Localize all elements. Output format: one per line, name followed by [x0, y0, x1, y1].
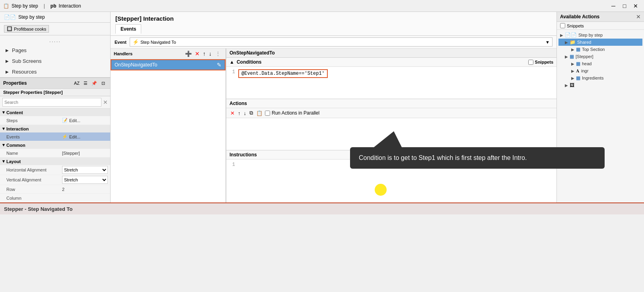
pin-button[interactable]: 📌	[90, 80, 98, 87]
tree-item-top-section[interactable]: ▶ ▦ Top Section	[558, 46, 642, 53]
vert-align-select[interactable]: Stretch	[62, 176, 108, 184]
add-handler-button[interactable]: ➕	[184, 50, 193, 58]
image-tree-icon: 🖼	[570, 82, 574, 88]
tree-area: ▶ 📄📄 Step by step ▶ 📁 Shared ▶ ▦ Top Sec…	[557, 30, 644, 202]
common-section[interactable]: ▾ Common	[0, 141, 110, 149]
sub-screens-label: Sub Screens	[12, 58, 41, 64]
step-by-step-arrow-icon: ▶	[560, 33, 563, 37]
top-section-icon: ▦	[576, 47, 580, 52]
interaction-arrow-icon: ▾	[2, 126, 5, 131]
tree-item-stepper[interactable]: ▶ ▦ [Stepper]	[558, 53, 642, 60]
snippets-row: Snippets	[528, 60, 553, 65]
ingredients-label: Ingredients	[582, 76, 603, 80]
steps-row: Steps 📝 Edit...	[0, 116, 110, 125]
sidebar-item-pages[interactable]: ▶ Pages	[0, 45, 110, 56]
profitbase-row: 🔲 Profitbase cooks	[0, 23, 110, 35]
tooltip-overlay: Condition is to get to Step1 which is fi…	[350, 131, 605, 169]
events-tab[interactable]: Events	[115, 24, 141, 34]
shared-arrow-icon: ▶	[565, 40, 568, 45]
shared-folder-icon: 📁	[570, 39, 576, 45]
layout-section[interactable]: ▾ Layout	[0, 158, 110, 165]
events-edit-btn[interactable]: Edit...	[69, 134, 80, 139]
snippets-checkbox[interactable]	[528, 60, 533, 65]
remove-handler-button[interactable]: ✕	[194, 50, 201, 58]
paste-action-button[interactable]: 📋	[255, 110, 263, 117]
conditions-collapse-icon[interactable]: ▲	[230, 59, 234, 65]
steps-edit-btn[interactable]: Edit...	[69, 118, 80, 123]
steps-edit-icon: 📝	[62, 118, 68, 123]
main-area: 📄📄 Step by step 🔲 Profitbase cooks .....…	[0, 12, 644, 202]
tree-item-ingr[interactable]: ▶ 𝐀 ingr	[558, 67, 642, 74]
event-dropdown[interactable]: ⚡ Step Navigated To ▼	[130, 37, 553, 47]
steps-prop-name: Steps	[6, 118, 62, 123]
tree-item-head[interactable]: ▶ ▦ head	[558, 60, 642, 67]
sidebar-snippets-label: Snippets	[567, 23, 584, 28]
content-section[interactable]: ▾ Content	[0, 109, 110, 116]
code-area: 1 @Event.Data.StepName=='Step1'	[226, 67, 556, 99]
line-num-1: 1	[229, 69, 235, 78]
handler-edit-icon[interactable]: ✎	[217, 62, 222, 68]
tree-item-step-by-step[interactable]: ▶ 📄📄 Step by step	[558, 31, 642, 39]
image-arrow-icon: ▶	[565, 83, 568, 88]
title-bar-left: 📋 Step by step | pb Interaction	[3, 3, 81, 9]
sidebar-item-sub-screens[interactable]: ▶ Sub Screens	[0, 56, 110, 66]
layout-arrow-icon: ▾	[2, 159, 5, 164]
move-action-up-button[interactable]: ↑	[237, 110, 241, 117]
sort-alpha-button[interactable]: AZ	[73, 80, 81, 87]
vert-align-name: Vertical Alignment	[6, 177, 62, 182]
search-clear-icon[interactable]: ✕	[103, 99, 108, 105]
tree-item-image[interactable]: ▶ 🖼	[558, 82, 642, 89]
name-row: Name [Stepper]	[0, 149, 110, 158]
instructions-title: Instructions	[230, 152, 257, 158]
run-parallel-checkbox[interactable]	[265, 111, 270, 116]
interaction-title: [Stepper] Interaction	[115, 15, 552, 22]
row-prop-name: Row	[6, 187, 62, 192]
handlers-editor-area: Handlers ➕ ✕ ↑ ↓ ⋮ OnStepNavigatedTo ✎	[111, 49, 556, 202]
head-label: head	[582, 61, 591, 66]
sidebar-item-resources[interactable]: ▶ Resources	[0, 66, 110, 77]
handler-item-on-step-navigated[interactable]: OnStepNavigatedTo ✎	[111, 59, 226, 70]
interaction-section-label: Interaction	[6, 127, 29, 131]
profitbase-button[interactable]: 🔲 Profitbase cooks	[4, 25, 49, 33]
actions-header: Actions	[226, 99, 556, 108]
window-title: |	[44, 3, 45, 9]
events-row: Events ⚡ Edit...	[0, 132, 110, 141]
sidebar-snippets-checkbox[interactable]	[560, 23, 565, 28]
horiz-align-select[interactable]: Stretch	[62, 166, 108, 174]
close-sidebar-button[interactable]: ✕	[636, 14, 641, 20]
copy-action-button[interactable]: ⧉	[249, 109, 254, 117]
move-down-handler-button[interactable]: ↓	[208, 50, 213, 58]
resize-handle[interactable]: ⋮	[214, 50, 222, 58]
event-lightning-icon: ⚡	[132, 39, 139, 45]
ingredients-arrow-icon: ▶	[571, 76, 574, 80]
stepper-tree-icon: ▦	[570, 54, 574, 59]
stepper-tree-label: [Stepper]	[576, 54, 593, 59]
move-action-down-button[interactable]: ↓	[243, 110, 247, 117]
search-input[interactable]	[2, 98, 101, 107]
move-up-handler-button[interactable]: ↑	[202, 50, 207, 58]
handler-label: OnStepNavigatedTo	[115, 62, 157, 68]
maximize-button[interactable]: □	[619, 2, 630, 10]
interaction-section[interactable]: ▾ Interaction	[0, 125, 110, 132]
step-by-step-label: Step by step	[578, 33, 603, 37]
sort-category-button[interactable]: ☰	[82, 80, 89, 87]
minimize-button[interactable]: ─	[608, 2, 619, 10]
conditions-section: ▲ Conditions Snippets 1 @Event.Data.Step…	[226, 58, 556, 99]
right-sidebar: Available Actions ✕ Snippets ▶ 📄📄 Step b…	[556, 12, 644, 202]
tree-item-shared[interactable]: ▶ 📁 Shared	[558, 39, 642, 46]
properties-panel: Properties AZ ☰ 📌 ⊡ Stepper Properties […	[0, 77, 110, 202]
app-name: Step by step	[12, 3, 38, 9]
resize-prop-button[interactable]: ⊡	[99, 80, 107, 87]
ingredients-icon: ▦	[576, 75, 580, 81]
code-content-1[interactable]: @Event.Data.StepName=='Step1'	[238, 69, 328, 78]
event-dropdown-arrow-icon: ▼	[545, 40, 550, 45]
top-section-arrow-icon: ▶	[571, 47, 574, 52]
column-prop-name: Column	[6, 196, 62, 201]
center-panel: [Stepper] Interaction Events Event ⚡ Ste…	[111, 12, 556, 202]
tree-item-ingredients[interactable]: ▶ ▦ Ingredients	[558, 74, 642, 82]
interaction-window-title: Interaction	[59, 3, 81, 9]
head-arrow-icon: ▶	[571, 62, 574, 66]
stepper-arrow-icon: ▶	[565, 55, 568, 59]
close-window-button[interactable]: ✕	[630, 2, 641, 10]
delete-action-button[interactable]: ✕	[230, 110, 235, 117]
